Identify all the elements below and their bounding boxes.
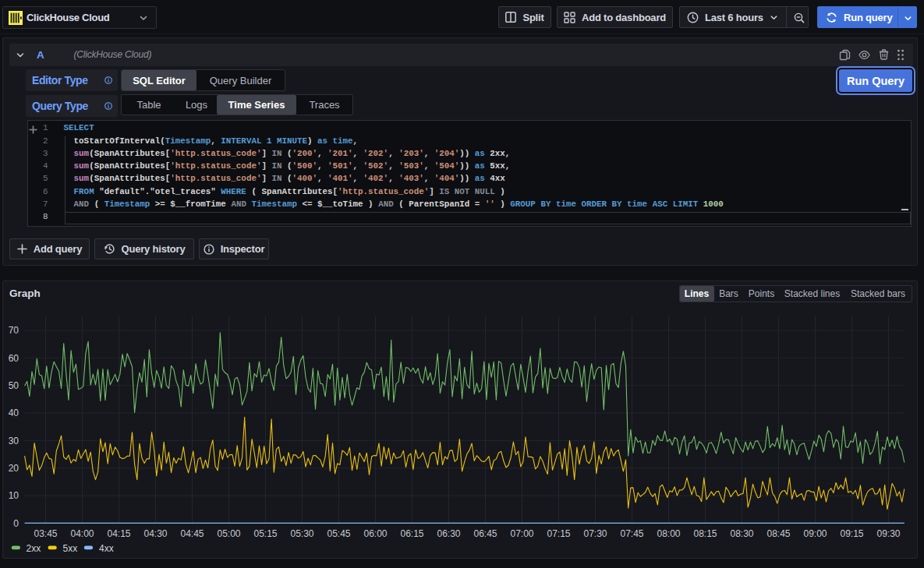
svg-text:09:30: 09:30 xyxy=(876,528,900,539)
svg-text:50: 50 xyxy=(9,380,19,391)
svg-text:05:45: 05:45 xyxy=(327,528,350,539)
svg-text:08:45: 08:45 xyxy=(766,528,790,539)
svg-text:07:45: 07:45 xyxy=(620,528,643,539)
svg-text:20: 20 xyxy=(9,463,19,474)
svg-text:0: 0 xyxy=(13,518,19,529)
svg-text:04:30: 04:30 xyxy=(143,528,167,539)
svg-text:08:00: 08:00 xyxy=(657,528,680,539)
svg-text:05:00: 05:00 xyxy=(217,528,240,539)
svg-text:30: 30 xyxy=(9,436,19,446)
svg-text:08:30: 08:30 xyxy=(730,528,753,539)
svg-text:05:30: 05:30 xyxy=(290,528,313,539)
svg-text:07:30: 07:30 xyxy=(583,528,607,539)
svg-text:04:15: 04:15 xyxy=(107,528,130,539)
svg-text:07:15: 07:15 xyxy=(547,528,570,539)
svg-text:06:15: 06:15 xyxy=(400,528,423,539)
svg-text:09:15: 09:15 xyxy=(840,528,863,539)
svg-text:60: 60 xyxy=(9,353,19,364)
svg-text:5xx: 5xx xyxy=(63,543,78,554)
svg-text:10: 10 xyxy=(9,490,19,501)
svg-text:40: 40 xyxy=(9,407,19,418)
svg-text:07:00: 07:00 xyxy=(510,528,533,539)
svg-text:09:00: 09:00 xyxy=(803,528,827,539)
svg-text:08:15: 08:15 xyxy=(693,528,717,539)
svg-text:06:30: 06:30 xyxy=(437,528,460,539)
svg-text:2xx: 2xx xyxy=(27,543,41,554)
svg-text:04:45: 04:45 xyxy=(180,528,204,539)
svg-text:06:45: 06:45 xyxy=(473,528,497,539)
svg-text:05:15: 05:15 xyxy=(253,528,277,539)
svg-text:04:00: 04:00 xyxy=(70,528,94,539)
svg-text:03:45: 03:45 xyxy=(34,528,57,539)
svg-text:70: 70 xyxy=(9,325,19,336)
svg-text:06:00: 06:00 xyxy=(363,528,387,539)
svg-text:4xx: 4xx xyxy=(99,543,114,554)
